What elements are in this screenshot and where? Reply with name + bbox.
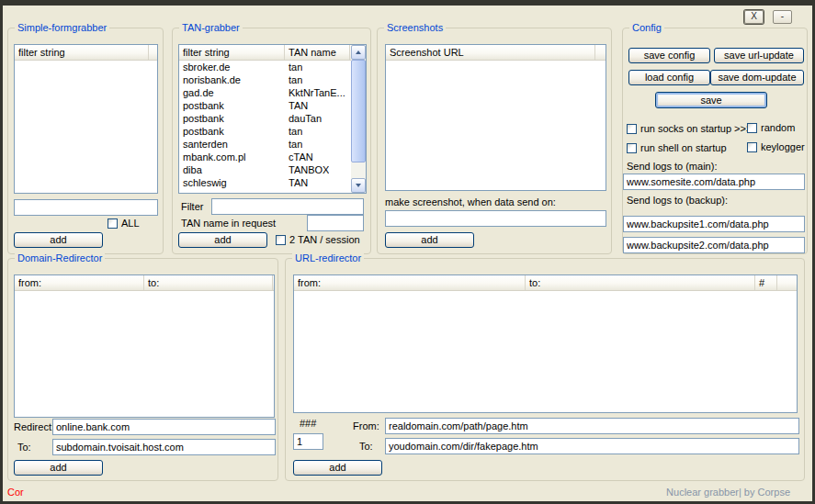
tan-row[interactable]: dibaTANBOX [179, 163, 351, 176]
send-logs-backup2-input[interactable] [623, 237, 805, 253]
random-checkbox[interactable]: random [747, 122, 795, 133]
tan-row[interactable]: norisbank.detan [179, 73, 351, 86]
domain-list-header: from: to: [15, 275, 274, 291]
tan-row[interactable]: postbankTAN [179, 99, 351, 112]
tan-grabber-title: TAN-grabber [179, 21, 243, 34]
screenshot-url-input[interactable] [385, 210, 606, 227]
all-checkbox-label: ALL [121, 218, 140, 229]
tan-row-filter: schleswig [179, 176, 285, 189]
save-button[interactable]: save [655, 92, 767, 108]
tan-row-filter: norisbank.de [179, 73, 285, 86]
tan-row[interactable]: santerdentan [179, 138, 351, 151]
formgrabber-filter-input[interactable] [14, 199, 158, 216]
random-checkbox-box[interactable] [747, 123, 757, 133]
redirect-from-input[interactable] [52, 419, 276, 435]
run-shell-checkbox-box[interactable] [627, 143, 637, 153]
scroll-down-button[interactable] [351, 178, 366, 193]
tan-row[interactable]: schleswigTAN [179, 176, 351, 189]
config-group: Config save config save url-update load … [622, 28, 808, 254]
send-logs-backup1-input[interactable] [623, 216, 805, 232]
column-header-from[interactable]: from: [15, 275, 144, 290]
tan-filter-input[interactable] [211, 198, 364, 215]
footer-left-text: Cor [7, 487, 24, 498]
run-shell-label: run shell on startup [640, 142, 727, 153]
two-tan-session-label: 2 TAN / session [289, 234, 360, 245]
filter-label: Filter [181, 201, 203, 213]
url-add-button[interactable]: add [293, 460, 382, 476]
domain-add-button[interactable]: add [14, 460, 103, 476]
domain-list-body[interactable] [15, 291, 274, 417]
column-header-filler [595, 45, 606, 60]
column-header-filter-string[interactable]: filter string [179, 45, 285, 60]
tan-row[interactable]: mbank.com.plcTAN [179, 151, 351, 163]
screenshots-list-header: Screenshot URL [386, 45, 606, 61]
save-config-button[interactable]: save config [628, 48, 710, 63]
column-header-to[interactable]: to: [526, 275, 755, 290]
tan-list-scrollbar[interactable] [351, 45, 366, 193]
url-redirector-list[interactable]: from: to: # [293, 274, 798, 413]
all-checkbox-box[interactable] [108, 218, 118, 229]
save-dom-update-button[interactable]: save dom-update [710, 70, 804, 85]
column-header-screenshot-url[interactable]: Screenshot URL [386, 45, 595, 60]
scroll-thumb[interactable] [351, 60, 366, 162]
column-header-from[interactable]: from: [294, 275, 526, 290]
tan-row[interactable]: sbroker.detan [179, 61, 351, 73]
two-tan-session-checkbox-box[interactable] [276, 235, 286, 245]
url-list-body[interactable] [294, 291, 797, 412]
screenshots-title: Screenshots [384, 21, 446, 34]
save-url-update-button[interactable]: save url-update [714, 48, 804, 63]
tan-row[interactable]: gad.deKktNrTanE... [179, 86, 351, 99]
tan-list-body[interactable]: sbroker.detan norisbank.detan gad.deKktN… [179, 61, 351, 193]
keylogger-checkbox[interactable]: keylogger [747, 141, 805, 152]
url-redirector-title: URL-redirector [292, 252, 364, 264]
column-header-filler [777, 275, 797, 290]
url-number-input[interactable] [293, 433, 323, 450]
screenshot-add-button[interactable]: add [385, 232, 474, 248]
send-logs-main-input[interactable] [623, 174, 805, 190]
all-checkbox[interactable]: ALL [108, 218, 140, 229]
number-label: ### [300, 418, 316, 430]
tan-row-filter: postbank [179, 99, 285, 112]
two-tan-session-checkbox[interactable]: 2 TAN / session [276, 234, 360, 245]
footer-brand-text: Nuclear grabber| by Corpse [666, 487, 790, 498]
tan-row-filter: diba [179, 163, 285, 176]
run-socks-checkbox[interactable]: run socks on startup >>> [627, 123, 752, 134]
formgrabber-add-button[interactable]: add [14, 232, 103, 248]
column-header-number[interactable]: # [755, 275, 777, 290]
tan-row-name: tan [285, 138, 302, 151]
keylogger-label: keylogger [761, 141, 805, 152]
tan-row[interactable]: postbanktan [179, 125, 351, 138]
send-logs-main-label: Send logs to (main): [627, 161, 717, 173]
domain-redirector-list[interactable]: from: to: [14, 274, 275, 418]
tan-row[interactable]: postbankdauTan [179, 112, 351, 125]
url-from-label: From: [353, 420, 379, 432]
tan-name-request-input[interactable] [307, 215, 364, 231]
redirect-to-input[interactable] [52, 439, 276, 455]
simple-formgrabber-group: Simple-formgrabber filter string ALL add [7, 28, 164, 254]
url-to-input[interactable] [385, 438, 799, 454]
random-label: random [761, 122, 795, 133]
url-list-header: from: to: # [294, 275, 797, 291]
column-header-tan-name[interactable]: TAN name [285, 45, 350, 60]
minimize-button[interactable]: - [773, 10, 792, 24]
send-logs-backup-label: Send logs to (backup): [627, 195, 728, 207]
close-button[interactable]: X [744, 10, 764, 24]
tan-add-button[interactable]: add [178, 232, 267, 248]
window: X - Simple-formgrabber filter string ALL… [0, 0, 815, 504]
run-socks-checkbox-box[interactable] [627, 124, 637, 134]
tan-row-filter: postbank [179, 125, 285, 138]
scroll-up-button[interactable] [351, 45, 366, 60]
domain-redirector-group: Domain-Redirector from: to: Redirect: To… [7, 258, 278, 481]
domain-redirector-title: Domain-Redirector [15, 252, 105, 264]
load-config-button[interactable]: load config [628, 70, 710, 85]
screenshots-list-body[interactable] [386, 61, 606, 190]
column-header-to[interactable]: to: [144, 275, 273, 290]
url-from-input[interactable] [385, 418, 799, 434]
run-shell-checkbox[interactable]: run shell on startup [627, 142, 727, 153]
tan-list[interactable]: filter string TAN name sbroker.detan nor… [178, 44, 367, 194]
formgrabber-list-body[interactable] [15, 61, 157, 193]
formgrabber-list[interactable]: filter string [14, 44, 158, 194]
screenshots-list[interactable]: Screenshot URL [385, 44, 606, 191]
column-header-filter-string[interactable]: filter string [15, 45, 149, 60]
keylogger-checkbox-box[interactable] [747, 142, 757, 152]
